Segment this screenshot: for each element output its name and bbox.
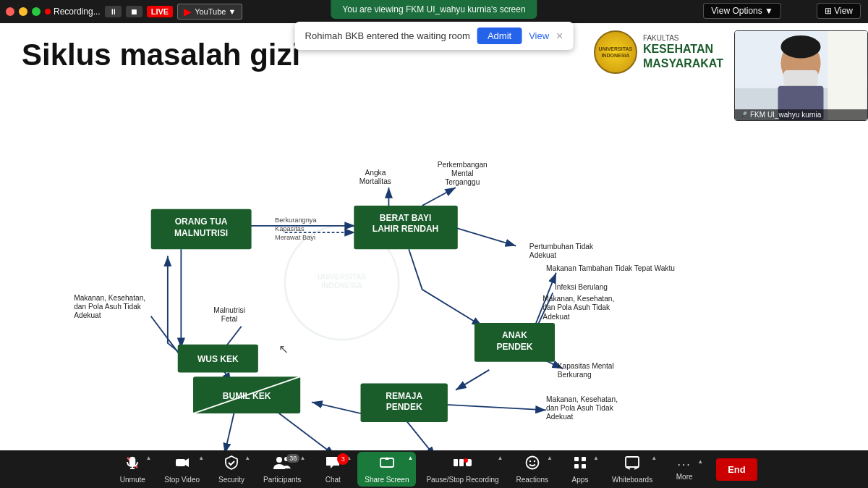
svg-text:REMAJA: REMAJA (386, 391, 422, 401)
waiting-room-message: Rohimah BKB entered the waiting room (305, 30, 470, 41)
close-notification-button[interactable]: × (556, 30, 563, 43)
view-waiting-button[interactable]: View (529, 30, 549, 41)
window-maximize-dot[interactable] (32, 7, 41, 16)
participant-video: 🎤 FKM UI_wahyu kurnia (734, 30, 868, 121)
diagram-area: UNIVERSITAS INDONESIA (0, 88, 731, 450)
svg-text:LAHIR RENDAH: LAHIR RENDAH (373, 224, 438, 234)
anak-pendek-box: ANAK PENDEK (475, 323, 555, 362)
more-button[interactable]: ▲ ··· More (663, 455, 706, 484)
reactions-chevron[interactable]: ▲ (547, 455, 553, 461)
stop-video-button[interactable]: ▲ Stop Video (157, 452, 207, 487)
bottom-toolbar: ▲ Unmute ▲ Stop Video ▲ Security ▲ 38 (0, 450, 868, 488)
reactions-label: Reactions (516, 476, 548, 484)
svg-text:ORANG TUA: ORANG TUA (175, 216, 228, 227)
unmute-label: Unmute (120, 476, 145, 484)
share-screen-label: Share Screen (365, 476, 409, 484)
pause-recording-label: Pause/Stop Recording (426, 476, 498, 484)
orang-tua-box: ORANG TUA MALNUTRISI (151, 209, 252, 250)
recording-label: Recording... (54, 7, 101, 17)
svg-text:INDONESIA: INDONESIA (321, 282, 362, 290)
svg-rect-81 (574, 464, 579, 468)
video-name-bar: 🎤 FKM UI_wahyu kurnia (735, 109, 867, 120)
share-screen-button[interactable]: ▲ Share Screen (357, 452, 416, 487)
whiteboards-icon (624, 455, 640, 474)
svg-marker-66 (185, 458, 189, 467)
window-minimize-dot[interactable] (19, 7, 27, 16)
svg-rect-65 (176, 459, 185, 466)
video-feed (735, 31, 867, 120)
svg-text:Pertumbuhan Tidak: Pertumbuhan Tidak (529, 243, 594, 251)
bumil-kek-box: BUMIL KEK (193, 376, 300, 413)
whiteboards-label: Whiteboards (612, 476, 652, 484)
stop-recording-button[interactable]: ⏹ (126, 6, 142, 17)
more-chevron[interactable]: ▲ (697, 458, 703, 465)
svg-point-75 (464, 458, 468, 463)
faculty-sub: FAKULTAS (643, 34, 723, 42)
svg-text:BERAT BAYI: BERAT BAYI (380, 213, 431, 223)
pause-stop-recording-button[interactable]: ▲ Pause/Stop Recording (419, 452, 506, 487)
admit-button[interactable]: Admit (477, 28, 522, 44)
unmute-icon (124, 455, 140, 474)
stop-video-chevron[interactable]: ▲ (198, 455, 204, 461)
svg-text:Merawat Bayi: Merawat Bayi (275, 234, 315, 241)
apps-icon (572, 455, 588, 474)
svg-text:PENDEK: PENDEK (496, 342, 532, 352)
security-icon (224, 455, 239, 474)
pause-recording-chevron[interactable]: ▲ (498, 455, 503, 461)
youtube-button[interactable]: ▶ YouTube ▼ (177, 4, 242, 20)
faculty-main: KESEHATANMASYARAKAT (643, 42, 723, 70)
university-logo: UNIVERSITASINDONESIA FAKULTAS KESEHATANM… (594, 30, 723, 74)
whiteboards-button[interactable]: ▲ Whiteboards (605, 452, 660, 487)
participants-button[interactable]: ▲ 38 Participants (256, 452, 308, 487)
svg-rect-56 (827, 31, 867, 120)
chat-label: Chat (326, 476, 341, 484)
recording-button[interactable]: Recording... (45, 7, 101, 17)
security-chevron[interactable]: ▲ (244, 455, 250, 461)
unmute-button[interactable]: ▲ Unmute (111, 452, 154, 487)
share-screen-icon (379, 455, 395, 474)
reactions-icon (524, 455, 540, 474)
end-button[interactable]: End (716, 458, 757, 481)
svg-rect-72 (454, 459, 458, 466)
svg-text:Kapasitas Mental: Kapasitas Mental (558, 362, 614, 370)
svg-text:WUS KEK: WUS KEK (197, 354, 239, 364)
svg-text:MALNUTRISI: MALNUTRISI (174, 228, 228, 238)
chat-badge: 3 (337, 453, 349, 465)
svg-text:Mental: Mental (451, 169, 474, 177)
svg-text:BUMIL KEK: BUMIL KEK (223, 391, 271, 401)
pause-recording-button[interactable]: ⏸ (105, 6, 122, 17)
svg-text:Makanan, Kesehatan,: Makanan, Kesehatan, (74, 294, 145, 302)
svg-rect-79 (574, 457, 579, 461)
svg-text:Makanan Tambahan Tidak Tepat W: Makanan Tambahan Tidak Tepat Waktu (546, 264, 675, 272)
participants-count: 38 (286, 454, 299, 463)
view-options-button[interactable]: View Options ▼ (703, 3, 781, 19)
svg-text:Mortalitas: Mortalitas (359, 177, 391, 185)
whiteboards-chevron[interactable]: ▲ (651, 455, 657, 461)
svg-point-76 (526, 457, 538, 469)
security-button[interactable]: ▲ Security (210, 452, 253, 487)
svg-text:Kapasitas: Kapasitas (275, 225, 305, 232)
svg-point-78 (534, 460, 535, 462)
view-button-top[interactable]: ⊞ View (817, 3, 861, 19)
apps-chevron[interactable]: ▲ (593, 455, 599, 461)
svg-rect-82 (582, 464, 586, 468)
more-label: More (676, 473, 693, 481)
share-chevron[interactable]: ▲ (408, 455, 414, 461)
apps-label: Apps (572, 476, 589, 484)
reactions-button[interactable]: ▲ Reactions (509, 452, 556, 487)
svg-rect-62 (129, 457, 135, 466)
svg-text:Makanan, Kesehatan,: Makanan, Kesehatan, (546, 395, 618, 403)
video-mic-icon: 🎤 (739, 112, 747, 119)
more-icon: ··· (677, 458, 691, 471)
participants-chevron[interactable]: ▲ (299, 455, 305, 461)
unmute-chevron[interactable]: ▲ (145, 455, 151, 461)
live-badge: LIVE (147, 6, 173, 17)
chat-button[interactable]: ▲ 3 Chat (311, 452, 354, 487)
svg-rect-80 (582, 457, 586, 461)
wus-kek-box: WUS KEK (178, 345, 258, 373)
window-close-dot[interactable] (6, 7, 14, 16)
apps-button[interactable]: ▲ Apps (558, 452, 602, 487)
svg-text:dan Pola Asuh Tidak: dan Pola Asuh Tidak (74, 303, 142, 311)
stop-video-label: Stop Video (164, 476, 200, 484)
pause-recording-icon (452, 455, 472, 474)
